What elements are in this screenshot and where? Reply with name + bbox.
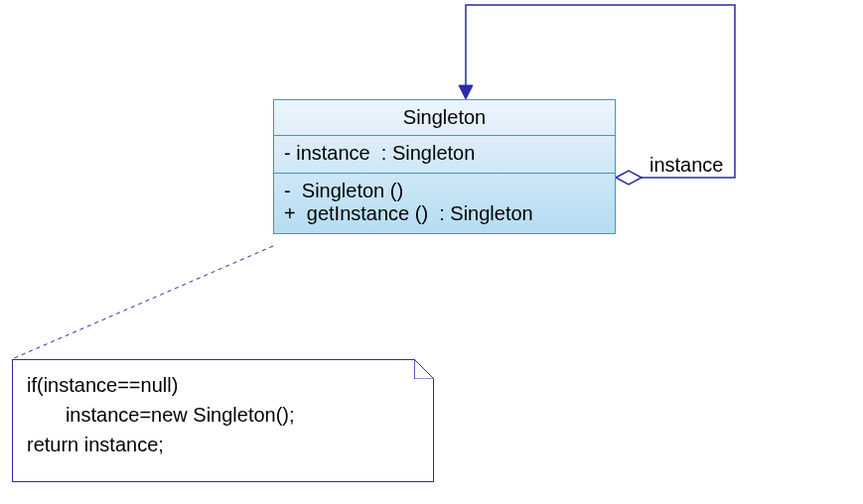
op-text: Singleton () [296, 180, 403, 201]
attr-vis: - [284, 142, 291, 164]
note-line: instance=new Singleton(); [27, 400, 419, 430]
attribute-row: - instance : Singleton [284, 142, 605, 165]
note-anchor-line [12, 246, 273, 359]
class-name-text: Singleton [403, 106, 486, 128]
op-text: getInstance () : Singleton [301, 202, 532, 224]
note-fold-icon [414, 359, 434, 379]
uml-note: if(instance==null) instance=new Singleto… [12, 359, 434, 482]
arrowhead-icon [459, 85, 473, 99]
uml-class-singleton: Singleton - instance : Singleton - Singl… [273, 99, 616, 234]
aggregation-diamond-icon [616, 171, 642, 185]
operation-row: - Singleton () [284, 180, 605, 202]
class-operations: - Singleton () + getInstance () : Single… [274, 174, 615, 233]
association-role-label: instance [649, 154, 724, 177]
op-vis: + [284, 202, 296, 224]
attr-text: instance : Singleton [296, 142, 475, 164]
class-name: Singleton [274, 100, 615, 136]
class-attributes: - instance : Singleton [274, 136, 615, 174]
note-line: return instance; [27, 430, 419, 459]
operation-row: + getInstance () : Singleton [284, 202, 605, 225]
op-vis: - [284, 180, 291, 201]
note-line: if(instance==null) [27, 370, 419, 400]
